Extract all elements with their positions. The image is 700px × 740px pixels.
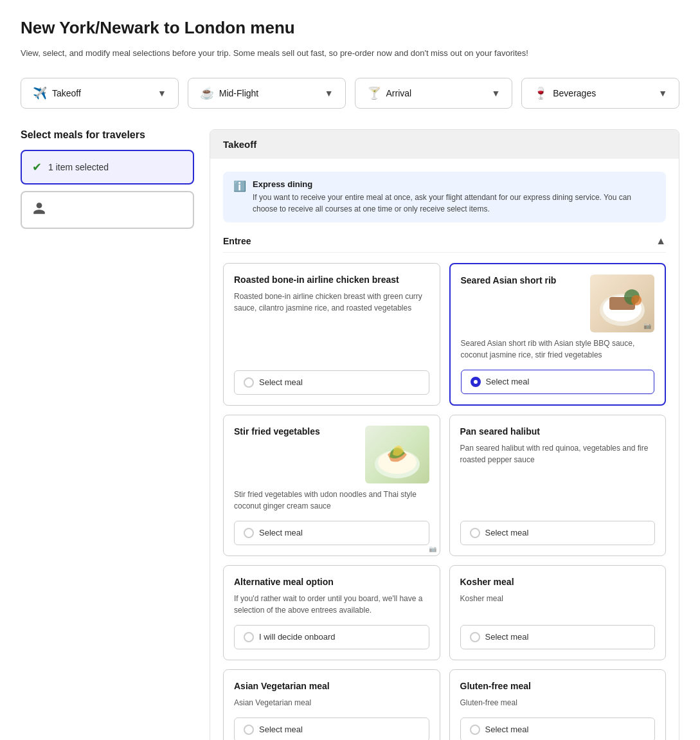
select-btn-stir-fry[interactable]: Select meal <box>234 521 429 545</box>
radio-chicken-breast <box>244 377 254 388</box>
select-btn-chicken-breast[interactable]: Select meal <box>234 370 429 395</box>
meal-name-asian-veg: Asian Vegetarian meal <box>234 680 429 692</box>
express-dining-title: Express dining <box>253 179 656 189</box>
select-btn-alternative[interactable]: I will decide onboard <box>234 625 429 649</box>
takeoff-icon: ✈️ <box>33 86 47 100</box>
select-label-alternative: I will decide onboard <box>259 632 336 642</box>
radio-alternative <box>244 632 254 642</box>
flight-tabs: ✈️ Takeoff ▼ ☕ Mid-Flight ▼ 🍸 Arrival ▼ … <box>21 78 679 109</box>
tab-arrival-label: Arrival <box>386 88 412 98</box>
tab-beverages[interactable]: 🍷 Beverages ▼ <box>521 78 679 109</box>
meal-card-kosher: Kosher meal Kosher meal Select meal <box>449 565 667 660</box>
meal-desc-gluten-free: Gluten-free meal <box>460 697 656 708</box>
meal-image-stir-fry: 📷 <box>365 426 429 483</box>
tab-midflight-label: Mid-Flight <box>219 88 258 98</box>
meal-name-chicken-breast: Roasted bone-in airline chicken breast <box>234 274 429 285</box>
select-label-halibut: Select meal <box>485 528 529 537</box>
main-content: Select meals for travelers ✔ 1 item sele… <box>21 129 679 741</box>
select-label-gluten-free: Select meal <box>485 725 529 734</box>
menu-section-heading: Takeoff <box>210 130 679 159</box>
page-container: New York/Newark to London menu View, sel… <box>0 0 700 740</box>
meal-card-stir-fry: Stir fried vegetables <box>223 415 440 556</box>
takeoff-chevron-icon: ▼ <box>157 88 166 98</box>
tab-midflight[interactable]: ☕ Mid-Flight ▼ <box>188 78 346 109</box>
tab-beverages-label: Beverages <box>553 88 596 98</box>
arrival-icon: 🍸 <box>367 86 381 100</box>
menu-panel: Takeoff ℹ️ Express dining If you want to… <box>210 129 679 741</box>
express-dining-notice: ℹ️ Express dining If you want to receive… <box>223 172 666 222</box>
traveler-2[interactable] <box>21 191 194 229</box>
select-btn-asian-veg[interactable]: Select meal <box>234 717 429 740</box>
radio-kosher <box>470 632 480 642</box>
meal-card-alternative: Alternative meal option If you'd rather … <box>223 565 440 660</box>
info-icon: ℹ️ <box>233 180 246 192</box>
tab-takeoff[interactable]: ✈️ Takeoff ▼ <box>21 78 179 109</box>
meal-name-kosher: Kosher meal <box>460 576 656 588</box>
menu-body: ℹ️ Express dining If you want to receive… <box>210 159 679 741</box>
meal-desc-halibut: Pan seared halibut with red quinoa, vege… <box>460 442 656 512</box>
meal-desc-chicken-breast: Roasted bone-in airline chicken breast w… <box>234 291 429 361</box>
meal-desc-asian-short-rib: Seared Asian short rib with Asian style … <box>461 338 655 361</box>
check-icon: ✔ <box>32 160 42 174</box>
person-icon <box>32 201 46 219</box>
camera-icon: 📷 <box>643 322 651 329</box>
meal-name-stir-fry: Stir fried vegetables <box>234 426 365 437</box>
meal-desc-alternative: If you'd rather wait to order until you … <box>234 593 429 616</box>
traveler-1[interactable]: ✔ 1 item selected <box>21 150 194 185</box>
entree-title: Entree <box>223 236 251 246</box>
meal-desc-asian-veg: Asian Vegetarian meal <box>234 697 429 708</box>
collapse-icon[interactable]: ▲ <box>656 235 666 247</box>
entree-section: Entree ▲ Roasted bone-in airline chicken… <box>223 235 666 741</box>
radio-gluten-free <box>470 725 480 735</box>
meal-desc-stir-fry: Stir fried vegetables with udon noodles … <box>234 489 429 512</box>
tab-arrival[interactable]: 🍸 Arrival ▼ <box>355 78 513 109</box>
select-label-stir-fry: Select meal <box>259 528 303 537</box>
beverages-chevron-icon: ▼ <box>658 88 667 98</box>
select-btn-asian-short-rib[interactable]: Select meal <box>461 370 655 394</box>
arrival-chevron-icon: ▼ <box>491 88 500 98</box>
meal-name-alternative: Alternative meal option <box>234 576 429 588</box>
traveler-1-label: 1 item selected <box>48 162 109 172</box>
meal-name-asian-short-rib: Seared Asian short rib <box>461 275 591 286</box>
meal-card-asian-veg: Asian Vegetarian meal Asian Vegetarian m… <box>223 669 440 740</box>
svg-point-4 <box>631 295 642 305</box>
travelers-title: Select meals for travelers <box>21 129 194 141</box>
travelers-panel: Select meals for travelers ✔ 1 item sele… <box>21 129 194 741</box>
radio-halibut <box>470 528 480 538</box>
select-label-kosher: Select meal <box>485 632 529 642</box>
midflight-chevron-icon: ▼ <box>325 88 334 98</box>
express-dining-desc: If you want to receive your entire meal … <box>253 192 656 215</box>
radio-stir-fry <box>244 528 254 538</box>
meal-card-asian-short-rib: Seared Asian short rib <box>449 263 667 406</box>
radio-asian-short-rib <box>471 377 481 387</box>
radio-asian-veg <box>244 725 254 735</box>
meal-desc-kosher: Kosher meal <box>460 593 656 616</box>
select-label-chicken-breast: Select meal <box>259 377 303 387</box>
select-btn-halibut[interactable]: Select meal <box>460 521 656 545</box>
meal-image-asian-short-rib: 📷 <box>590 275 654 332</box>
meal-card-halibut: Pan seared halibut Pan seared halibut wi… <box>449 415 667 556</box>
entree-header: Entree ▲ <box>223 235 666 253</box>
select-btn-gluten-free[interactable]: Select meal <box>460 717 656 740</box>
meal-name-gluten-free: Gluten-free meal <box>460 680 656 692</box>
meal-name-halibut: Pan seared halibut <box>460 426 656 437</box>
midflight-icon: ☕ <box>200 86 214 100</box>
select-label-asian-veg: Select meal <box>259 725 303 734</box>
select-label-asian-short-rib: Select meal <box>486 377 530 386</box>
select-btn-kosher[interactable]: Select meal <box>460 625 656 649</box>
meal-card-chicken-breast: Roasted bone-in airline chicken breast R… <box>223 263 440 406</box>
meal-card-gluten-free: Gluten-free meal Gluten-free meal Select… <box>449 669 667 740</box>
meal-grid: Roasted bone-in airline chicken breast R… <box>223 263 666 741</box>
tab-takeoff-label: Takeoff <box>52 88 81 98</box>
page-subtitle: View, select, and modify meal selections… <box>21 47 679 60</box>
beverages-icon: 🍷 <box>534 86 548 100</box>
page-title: New York/Newark to London menu <box>21 18 679 38</box>
